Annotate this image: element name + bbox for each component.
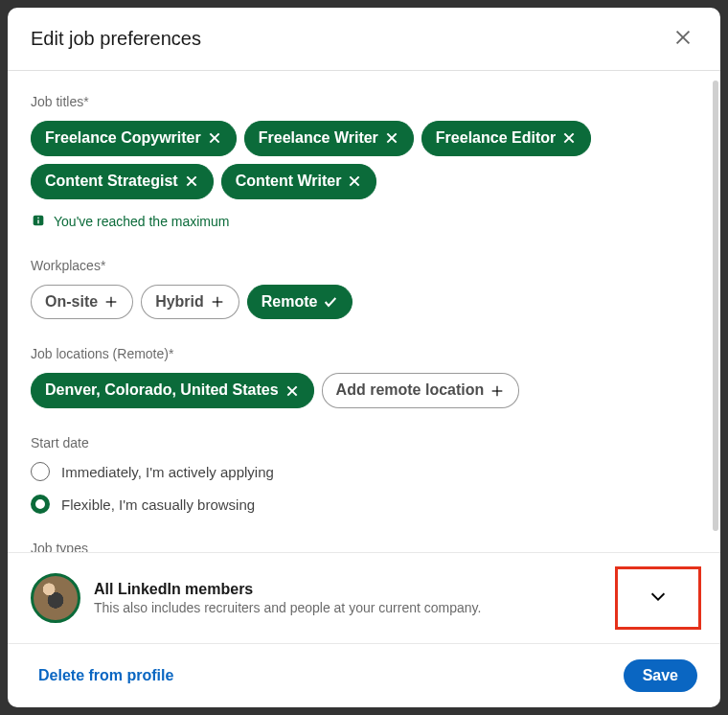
workplace-hybrid-pill[interactable]: Hybrid (141, 285, 239, 320)
expand-visibility-button[interactable] (615, 566, 701, 630)
job-titles-section: Job titles* Freelance Copywriter Freelan… (31, 94, 697, 231)
job-types-label: Job types (31, 541, 697, 552)
radio-label: Flexible, I'm casually browsing (61, 496, 255, 513)
pill-label: Freelance Writer (259, 128, 378, 149)
avatar (31, 573, 80, 623)
check-icon (323, 294, 338, 310)
radio-label: Immediately, I'm actively applying (61, 464, 274, 480)
workplaces-pills: On-site Hybrid Remote (31, 285, 697, 320)
start-date-immediately-option[interactable]: Immediately, I'm actively applying (31, 462, 697, 481)
job-locations-pills: Denver, Colorado, United States Add remo… (31, 373, 697, 408)
max-reached-note: You've reached the maximum (31, 213, 697, 231)
pill-label: Content Writer (236, 172, 342, 192)
start-date-label: Start date (31, 435, 697, 450)
edit-job-preferences-modal: Edit job preferences Job titles* Freelan… (8, 8, 720, 707)
close-button[interactable] (669, 23, 697, 55)
pill-label: Hybrid (155, 292, 204, 312)
modal-footer: Delete from profile Save (8, 643, 720, 707)
remove-icon (284, 383, 300, 399)
workplace-onsite-pill[interactable]: On-site (31, 285, 133, 320)
visibility-text: All LinkedIn members This also includes … (94, 581, 602, 615)
workplaces-section: Workplaces* On-site Hybrid Remote (31, 258, 697, 320)
plus-icon (103, 294, 119, 310)
scroll-region: Job titles* Freelance Copywriter Freelan… (31, 94, 697, 552)
remove-icon (184, 173, 199, 189)
remove-icon (207, 130, 222, 146)
remove-icon (347, 173, 362, 189)
plus-icon (210, 294, 225, 310)
pill-label: Add remote location (336, 381, 485, 401)
pill-label: Freelance Editor (436, 128, 556, 149)
pill-label: Denver, Colorado, United States (45, 381, 279, 401)
modal-body[interactable]: Job titles* Freelance Copywriter Freelan… (8, 71, 720, 552)
pill-label: On-site (45, 292, 98, 312)
job-title-pill[interactable]: Freelance Writer (244, 121, 414, 156)
visibility-row: All LinkedIn members This also includes … (8, 552, 720, 643)
save-button[interactable]: Save (624, 659, 697, 692)
job-locations-label: Job locations (Remote)* (31, 346, 697, 361)
visibility-subtitle: This also includes recruiters and people… (94, 600, 602, 615)
start-date-flexible-option[interactable]: Flexible, I'm casually browsing (31, 495, 697, 514)
modal-title: Edit job preferences (31, 28, 201, 50)
job-locations-section: Job locations (Remote)* Denver, Colorado… (31, 346, 697, 408)
remove-icon (561, 130, 577, 146)
scrollbar[interactable] (713, 81, 718, 531)
pill-label: Remote (262, 292, 318, 312)
modal-header: Edit job preferences (8, 8, 720, 71)
pill-label: Content Strategist (45, 172, 178, 192)
radio-selected-icon (31, 495, 50, 514)
delete-from-profile-button[interactable]: Delete from profile (31, 661, 181, 690)
job-title-pill[interactable]: Freelance Copywriter (31, 121, 237, 156)
workplaces-label: Workplaces* (31, 258, 697, 273)
chevron-down-icon (648, 586, 669, 611)
radio-unselected-icon (31, 462, 50, 481)
info-icon (31, 213, 46, 231)
close-icon (672, 27, 694, 51)
job-types-section: Job types (31, 541, 697, 552)
job-title-pill[interactable]: Freelance Editor (421, 121, 591, 156)
svg-rect-13 (37, 217, 38, 218)
start-date-section: Start date Immediately, I'm actively app… (31, 435, 697, 514)
job-title-pill[interactable]: Content Writer (221, 164, 377, 199)
workplace-remote-pill[interactable]: Remote (247, 285, 353, 320)
remove-icon (384, 130, 399, 146)
job-title-pill[interactable]: Content Strategist (31, 164, 214, 199)
visibility-title: All LinkedIn members (94, 581, 602, 598)
max-reached-text: You've reached the maximum (54, 214, 229, 229)
plus-icon (489, 383, 505, 399)
job-titles-pills: Freelance Copywriter Freelance Writer Fr… (31, 121, 697, 199)
svg-rect-14 (37, 219, 38, 223)
pill-label: Freelance Copywriter (45, 128, 201, 149)
job-titles-label: Job titles* (31, 94, 697, 109)
job-location-pill[interactable]: Denver, Colorado, United States (31, 373, 314, 408)
add-remote-location-button[interactable]: Add remote location (322, 373, 520, 408)
